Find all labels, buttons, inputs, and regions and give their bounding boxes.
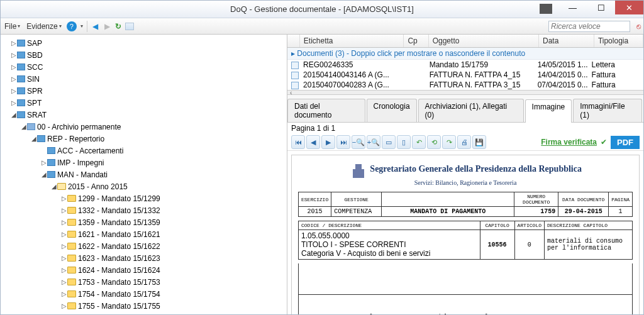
folder-icon	[67, 302, 76, 309]
tree-node[interactable]: SCC	[27, 63, 43, 72]
tree-node[interactable]: 1299 - Mandato 15/1299	[78, 194, 160, 203]
tree-node[interactable]: SPR	[27, 87, 43, 96]
tree-node[interactable]: 1332 - Mandato 15/1332	[78, 206, 160, 215]
right-panel: Etichetta Cp Oggetto Data Tipologia ▸ Do…	[287, 35, 643, 314]
last-page-button[interactable]: ⏭	[336, 135, 350, 149]
layout-button[interactable]	[125, 23, 134, 30]
evidenze-menu[interactable]: Evidenze	[25, 22, 62, 31]
tree-node[interactable]: 1621 - Mandato 15/1621	[78, 230, 160, 239]
help-button[interactable]: ?	[67, 21, 77, 31]
minimize-button[interactable]: —	[558, 1, 587, 14]
layer-icon	[27, 123, 35, 130]
rotate-right-button[interactable]: ↷	[442, 135, 456, 149]
archive-icon	[47, 147, 55, 154]
tree-node[interactable]: 00 - Archivio permanente	[37, 123, 121, 131]
col-data[interactable]: Data	[539, 35, 594, 47]
doc-table-header: ESERCIZIOGESTIONENUMERO DOCUMENTODATA DO…	[298, 192, 633, 217]
folder-icon	[67, 243, 76, 250]
tree-node[interactable]: ACC - Accertamenti	[57, 146, 123, 155]
close-button[interactable]: ✕	[615, 1, 643, 14]
tree-node[interactable]: 1624 - Mandato 15/1624	[78, 266, 160, 275]
col-oggetto[interactable]: Oggetto	[429, 35, 539, 47]
tree-node[interactable]: IMP - Impegni	[57, 158, 104, 167]
tab-immagine[interactable]: Immagine	[525, 99, 572, 123]
document-icon	[291, 72, 299, 79]
tree-node[interactable]: MAN - Mandati	[57, 170, 108, 179]
search-clear-icon[interactable]: ⎋	[636, 22, 641, 31]
tree-node[interactable]: 1623 - Mandato 15/1623	[78, 254, 160, 263]
archive-icon	[17, 99, 25, 106]
viewer-toolbar: ⏮ ◀ ▶ ⏭ −🔍 +🔍 ▭ ▯ ↶ ⟲ ↷ 🖨 💾 Firma verifi…	[287, 134, 643, 151]
grid-header: Etichetta Cp Oggetto Data Tipologia	[287, 35, 643, 48]
print-button[interactable]: 🖨	[457, 135, 471, 149]
doc-subheading: Servizi: Bilancio, Ragioneria e Tesoreri…	[414, 179, 517, 186]
logo-icon	[349, 162, 368, 178]
group-row[interactable]: ▸ Documenti (3) - Doppio click per mostr…	[287, 48, 643, 60]
zoom-out-button[interactable]: −🔍	[352, 135, 365, 149]
nav-forward-button[interactable]: ▶	[103, 22, 111, 31]
splitter[interactable]: ‹	[287, 90, 643, 95]
tab-archiviazioni[interactable]: Archiviazioni (1), Allegati (0)	[418, 99, 524, 122]
fit-width-button[interactable]: ▯	[397, 135, 411, 149]
col-etichetta[interactable]: Etichetta	[300, 35, 404, 47]
tab-cronologia[interactable]: Cronologia	[367, 99, 417, 122]
folder-icon	[67, 231, 76, 238]
next-page-button[interactable]: ▶	[321, 135, 335, 149]
tree-node[interactable]: 1359 - Mandato 15/1359	[78, 218, 160, 227]
window-title: DoQ - Gestione documentale - [ADAMOSQL\I…	[230, 4, 414, 14]
tab-dati[interactable]: Dati del documento	[287, 99, 365, 122]
first-page-button[interactable]: ⏮	[291, 135, 305, 149]
doc-note: NOTE: toner - toner [ Fatt. FATTPA 4_15 …	[298, 295, 633, 314]
tree-node[interactable]: SRAT	[27, 111, 47, 119]
tree-node[interactable]: 1622 - Mandato 15/1622	[78, 242, 160, 251]
pager-text: Pagina 1 di 1	[291, 124, 335, 133]
tree-node[interactable]: REP - Repertorio	[47, 135, 104, 143]
zoom-in-button[interactable]: +🔍	[367, 135, 380, 149]
maximize-button[interactable]: ☐	[587, 1, 615, 14]
tree-node[interactable]: 1753 - Mandato 15/1753	[78, 278, 160, 287]
archive-icon	[47, 171, 55, 178]
document-icon	[291, 82, 299, 89]
tree-node[interactable]: SBD	[27, 51, 43, 60]
folder-icon	[67, 290, 76, 297]
rotate-left-button[interactable]: ↶	[412, 135, 426, 149]
archive-icon	[17, 75, 25, 82]
archive-icon	[17, 52, 25, 58]
tree-node[interactable]: SPT	[27, 99, 42, 108]
file-menu[interactable]: File	[3, 22, 21, 31]
firma-verificata-link[interactable]: Firma verificata	[541, 138, 597, 146]
tree-node[interactable]: SIN	[27, 75, 40, 84]
col-tipologia[interactable]: Tipologia	[594, 35, 643, 47]
save-button[interactable]: 💾	[472, 135, 486, 149]
fit-page-button[interactable]: ▭	[382, 135, 396, 149]
tree-node[interactable]: 2015 - Anno 2015	[68, 182, 128, 191]
tree-node[interactable]: 1756 - Mandato 15/1756	[78, 314, 160, 314]
prev-page-button[interactable]: ◀	[306, 135, 320, 149]
tree-node[interactable]: 1754 - Mandato 15/1754	[78, 290, 160, 299]
tree-node[interactable]: 1755 - Mandato 15/1755	[78, 302, 160, 311]
tree-node[interactable]: SAP	[27, 39, 42, 48]
tree-panel[interactable]: ▷SAP ▷SBD ▷SCC ▷SIN ▷SPR ▷SPT ◢SRAT ◢00 …	[1, 35, 287, 314]
quick-search[interactable]	[548, 21, 630, 32]
refresh-button[interactable]: ↻	[115, 22, 121, 31]
grid-row[interactable]: REG00246335Mandato 15/175914/05/2015 1..…	[287, 60, 643, 70]
grid-row[interactable]: 201504140043146 A (G...FATTURA N. FATTPA…	[287, 70, 643, 80]
nav-back-button[interactable]: ◀	[91, 22, 99, 31]
folder-icon	[67, 207, 76, 214]
pdf-badge: PDF	[611, 136, 640, 149]
main-toolbar: File Evidenze ?▾ ◀ ▶ ↻ ⎋	[1, 18, 643, 35]
doc-heading: Segretariato Generale della Presidenza d…	[370, 164, 582, 174]
tab-immagini-file[interactable]: Immagini/File (1)	[573, 99, 642, 122]
search-input[interactable]	[548, 21, 630, 32]
folder-icon	[67, 255, 76, 262]
undo-button[interactable]: ⟲	[427, 135, 441, 149]
grid-row[interactable]: 201504070040283 A (G...FATTURA N. FATTPA…	[287, 80, 643, 90]
archive-icon	[47, 159, 55, 166]
archive-icon	[17, 111, 25, 118]
document-icon	[291, 62, 299, 69]
folder-icon	[67, 219, 76, 226]
tray-icon	[540, 4, 552, 14]
archive-icon	[17, 40, 25, 47]
col-cp[interactable]: Cp	[404, 35, 428, 47]
document-preview[interactable]: Segretariato Generale della Presidenza d…	[287, 151, 643, 314]
